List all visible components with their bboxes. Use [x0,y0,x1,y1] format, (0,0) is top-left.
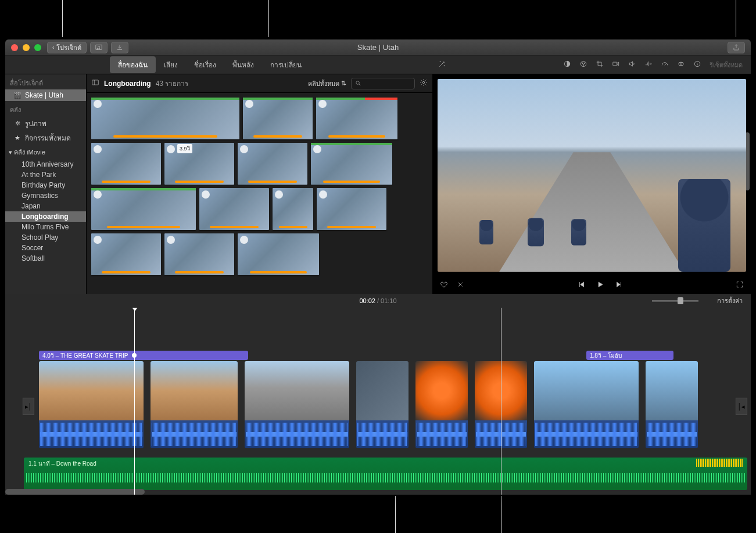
media-clip[interactable] [316,98,397,139]
media-clip[interactable] [164,233,234,275]
timeline-video-clip[interactable] [245,361,349,448]
sidebar-event-item[interactable]: Japan [5,201,86,211]
timeline-video-clip[interactable] [415,361,468,448]
crop-button[interactable] [596,60,604,70]
browser-settings-button[interactable] [420,78,428,88]
clapperboard-icon: 🎬 [13,92,22,99]
title-bar: ‹ โปรเจ็กต์ Skate | Utah [5,39,751,56]
timeline-header: 00:02 / 01:10 การตั้งค่า [5,294,751,308]
sidebar-event-item[interactable]: Birthday Party [5,180,86,190]
zoom-window-button[interactable] [34,44,41,51]
playhead[interactable] [134,308,135,495]
media-clip[interactable] [238,233,319,275]
info-button[interactable] [693,60,701,70]
media-clip[interactable]: 3.9วิ [164,143,234,185]
list-view-toggle[interactable] [91,78,99,88]
minimize-window-button[interactable] [23,44,30,51]
sidebar-item-imovie-library[interactable]: ▾ คลัง iMovie [5,145,86,159]
clip-filter-button[interactable] [677,60,685,70]
callout-line-5 [501,496,501,533]
contrast-icon [563,60,571,68]
play-button[interactable] [596,280,604,290]
tab-audio[interactable]: เสียง [156,56,186,73]
preview-monitor[interactable] [438,79,746,272]
timeline-video-clip[interactable] [39,361,144,448]
sidebar-event-item[interactable]: Gymnastics [5,190,86,201]
title-clip-2[interactable]: 1.8วิ – โมอับ [586,351,673,360]
media-clip[interactable] [243,98,313,139]
media-clip[interactable] [91,143,161,185]
timeline-settings-button[interactable]: การตั้งค่า [717,296,743,306]
media-clip[interactable] [199,188,269,230]
share-button[interactable] [728,42,745,53]
timeline-video-clip[interactable] [646,361,698,448]
reject-button[interactable] [456,280,464,290]
sidebar-event-item[interactable]: At the Park [5,170,86,180]
sidebar-item-all-events[interactable]: ★ กิจกรรมทั้งหมด [5,131,86,145]
timeline-video-clip[interactable] [534,361,639,448]
music-note-icon [95,44,103,52]
sidebar-event-item[interactable]: Milo Turns Five [5,222,86,232]
sidebar-item-photos[interactable]: ✲ รูปภาพ [5,116,86,131]
gear-icon [420,78,428,87]
volume-button[interactable] [628,60,636,70]
next-frame-button[interactable] [615,280,623,290]
download-arrow-icon [116,44,124,52]
favorite-button[interactable] [440,280,448,290]
media-clip[interactable] [91,233,161,275]
stabilization-button[interactable] [612,60,620,70]
tab-backgrounds[interactable]: พื้นหลัง [224,56,262,73]
media-clip[interactable] [238,143,307,185]
svg-point-12 [422,81,425,84]
event-browser: Longboarding 43 รายการ คลิปทั้งหมด ⇅ [87,74,432,294]
sidebar-event-item[interactable]: School Play [5,232,86,243]
transition-start[interactable]: ▸│ [23,398,34,415]
fullscreen-button[interactable] [736,280,744,290]
zoom-slider[interactable] [652,298,698,304]
sidebar-event-item[interactable]: Longboarding [5,211,86,222]
video-track [39,361,751,448]
timeline-video-clip[interactable] [356,361,409,448]
title-clip-1[interactable]: 4.0วิ – THE GREAT SKATE TRIP [39,351,248,360]
audio-track-clip[interactable]: 1.1 นาที – Down the Road [24,458,747,490]
sidebar-event-item[interactable]: Softball [5,253,86,264]
tab-titles[interactable]: ชื่อเรื่อง [186,56,224,73]
timeline-horizontal-scrollbar[interactable] [5,489,145,495]
flower-icon: ✲ [13,120,22,127]
media-clip[interactable] [317,188,386,230]
tab-transitions[interactable]: การเปลี่ยน [262,56,310,73]
close-window-button[interactable] [11,44,18,51]
media-clip[interactable] [91,188,196,230]
media-clip[interactable] [91,98,239,139]
sidebar-item-project[interactable]: 🎬 Skate | Utah [5,89,86,101]
timeline-pane: 00:02 / 01:10 การตั้งค่า 4.0วิ – THE GRE… [5,294,751,495]
sidebar-event-item[interactable]: 10th Anniversary [5,159,86,170]
clip-filter-dropdown[interactable]: คลิปทั้งหมด ⇅ [308,78,346,89]
noise-reduction-button[interactable] [644,60,653,70]
zoom-slider-knob[interactable] [678,297,683,304]
timeline-video-clip[interactable] [151,361,238,448]
tab-my-media[interactable]: สื่อของฉัน [110,56,156,73]
callout-line-3 [736,0,736,37]
info-icon [693,60,701,68]
zoom-slider-track [652,300,698,302]
clip-duration-badge: 3.9วิ [177,144,192,153]
window-controls [11,44,41,51]
search-input[interactable] [351,78,415,89]
media-clip[interactable] [311,143,392,185]
color-correction-button[interactable] [579,60,587,70]
clip-grid[interactable]: 3.9วิ [87,93,432,294]
palette-icon [579,60,587,68]
media-clip[interactable] [273,188,313,230]
sidebar-event-item[interactable]: Soccer [5,243,86,253]
media-library-toggle-button[interactable] [90,42,108,53]
timeline-body[interactable]: 4.0วิ – THE GREAT SKATE TRIP 1.8วิ – โมอ… [5,308,751,495]
prev-frame-button[interactable] [578,280,586,290]
color-balance-button[interactable] [563,60,571,70]
reset-all-button[interactable]: รีเซ็ตทั้งหมด [710,60,743,70]
import-button[interactable] [111,42,128,53]
projects-back-button[interactable]: ‹ โปรเจ็กต์ [47,42,87,53]
speed-button[interactable] [661,60,669,70]
enhance-wand-button[interactable] [438,60,446,70]
updown-icon: ⇅ [341,80,346,87]
